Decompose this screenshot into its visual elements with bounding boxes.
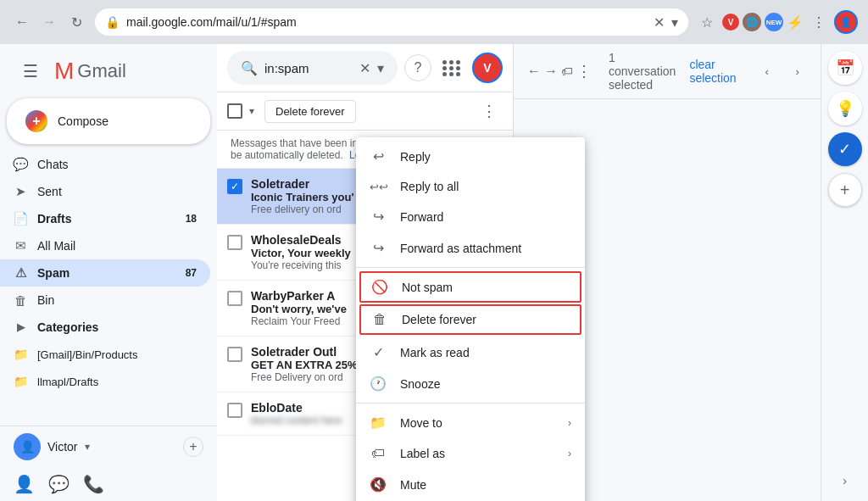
ext-icon-2[interactable]: 🌐 — [743, 13, 761, 31]
snooze-icon: 🕐 — [370, 376, 387, 392]
menu-label: Move to — [400, 416, 554, 430]
menu-item-label-as[interactable]: 🏷 Label as › — [356, 438, 585, 469]
forward-icon: ↪ — [370, 209, 387, 225]
delete-forever-icon: 🗑 — [371, 312, 388, 327]
menu-item-delete-forever[interactable]: 🗑 Delete forever — [359, 304, 581, 335]
label-as-icon: 🏷 — [370, 446, 387, 461]
menu-item-not-spam[interactable]: 🚫 Not spam — [359, 271, 581, 303]
reply-icon: ↩ — [370, 148, 387, 164]
address-url: mail.google.com/mail/u/1/#spam — [126, 15, 297, 29]
menu-item-mark-as-read[interactable]: ✓ Mark as read — [356, 337, 585, 368]
forward-button[interactable]: → — [37, 10, 61, 34]
menu-label: Mark as read — [400, 346, 571, 359]
context-menu: ↩ Reply ↩↩ Reply to all ↪ Forward ↪ Forw… — [356, 137, 585, 501]
context-menu-overlay: ↩ Reply ↩↩ Reply to all ↪ Forward ↪ Forw… — [0, 44, 868, 501]
browser-action-buttons: ☆ V 🌐 NEW ⚡ ⋮ 👤 — [695, 10, 858, 34]
menu-item-reply[interactable]: ↩ Reply — [356, 141, 585, 172]
menu-label: Snooze — [400, 377, 571, 391]
not-spam-icon: 🚫 — [371, 279, 388, 295]
gmail-app: ☰ M Gmail + Compose 💬 Chats ➤ Sent — [0, 44, 868, 501]
more-options-button[interactable]: ⋮ — [807, 10, 831, 34]
menu-item-snooze[interactable]: 🕐 Snooze — [356, 368, 585, 399]
address-bar[interactable]: 🔒 mail.google.com/mail/u/1/#spam ✕ ▾ — [95, 8, 688, 36]
menu-item-mute[interactable]: 🔇 Mute — [356, 469, 585, 500]
reply-all-icon: ↩↩ — [370, 181, 387, 193]
move-to-icon: 📁 — [370, 415, 387, 431]
menu-item-forward-attachment[interactable]: ↪ Forward as attachment — [356, 232, 585, 264]
clear-address-icon[interactable]: ✕ — [654, 14, 665, 31]
ext-icon-3[interactable]: ⚡ — [787, 14, 804, 31]
browser-nav-buttons: ← → ↻ — [10, 10, 88, 34]
menu-label: Reply — [400, 150, 571, 164]
browser-chrome: ← → ↻ 🔒 mail.google.com/mail/u/1/#spam ✕… — [0, 0, 868, 44]
ext-icon-new[interactable]: NEW — [765, 13, 783, 31]
reload-button[interactable]: ↻ — [64, 10, 88, 34]
lock-icon: 🔒 — [105, 15, 120, 29]
ext-icon-1[interactable]: V — [722, 14, 739, 31]
menu-item-move-to[interactable]: 📁 Move to › — [356, 407, 585, 438]
mark-read-icon: ✓ — [370, 344, 387, 360]
submenu-arrow-icon-2: › — [568, 448, 571, 459]
menu-item-reply-all[interactable]: ↩↩ Reply to all — [356, 172, 585, 201]
menu-item-forward[interactable]: ↪ Forward — [356, 201, 585, 232]
forward-attachment-icon: ↪ — [370, 240, 387, 256]
menu-divider-1 — [356, 267, 585, 268]
menu-divider-2 — [356, 403, 585, 404]
menu-label: Forward as attachment — [400, 242, 571, 255]
bookmark-button[interactable]: ☆ — [695, 10, 719, 34]
menu-label: Delete forever — [402, 313, 570, 326]
submenu-arrow-icon: › — [568, 417, 571, 429]
menu-label: Mute — [400, 478, 571, 492]
menu-label: Reply to all — [400, 180, 571, 193]
mute-icon: 🔇 — [370, 476, 387, 493]
address-dropdown-icon[interactable]: ▾ — [671, 14, 678, 31]
profile-avatar[interactable]: 👤 — [834, 10, 858, 34]
menu-label: Not spam — [402, 281, 570, 294]
menu-label: Label as — [400, 447, 554, 460]
back-button[interactable]: ← — [10, 10, 34, 34]
menu-label: Forward — [400, 210, 571, 224]
